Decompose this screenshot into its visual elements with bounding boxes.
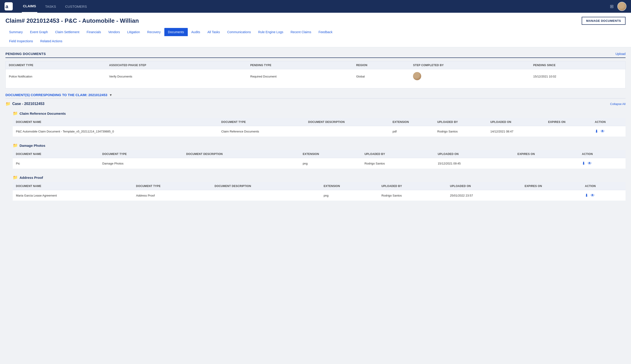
filter-icon[interactable]: ▼ [109, 93, 112, 97]
svg-text:a: a [6, 4, 9, 9]
doc-expires-on [514, 158, 579, 169]
tab-rule-engine-logs[interactable]: Rule Engine Logs [255, 28, 287, 36]
col-pending-since: PENDING SINCE [530, 61, 625, 69]
doc-type: Damage Photos [99, 158, 183, 169]
tab-event-graph[interactable]: Event Graph [26, 28, 52, 36]
tab-all-tasks[interactable]: All Tasks [204, 28, 223, 36]
doc-action: ⬇ 👁 [579, 158, 625, 169]
tab-communications[interactable]: Communications [223, 28, 254, 36]
view-icon[interactable]: 👁 [587, 161, 592, 166]
col-uploaded-on: UPLOADED ON [447, 182, 521, 190]
tab-financials[interactable]: Financials [83, 28, 105, 36]
col-uploaded-by: UPLOADED BY [361, 150, 434, 158]
col-associated-phase-step: ASSOCIATED PHASE STEP [106, 61, 247, 69]
tab-summary[interactable]: Summary [6, 28, 26, 36]
pending-type: Required Document [247, 69, 353, 84]
tab-vendors[interactable]: Vendors [105, 28, 124, 36]
doc-uploaded-by: Rodrigo Santos [378, 190, 447, 201]
table-row: Pic Damage Photos png Rodrigo Santos 15/… [13, 158, 625, 169]
tab-recent-claims[interactable]: Recent Claims [287, 28, 315, 36]
col-extension: EXTENSION [300, 150, 361, 158]
doc-extension: png [320, 190, 378, 201]
col-doc-type: DOCUMENT TYPE [133, 182, 211, 190]
tab-recovery[interactable]: Recovery [144, 28, 164, 36]
case-folder-title[interactable]: 📁 Case - 2021012453 [6, 101, 44, 106]
doc-description [211, 190, 320, 201]
tab-feedback[interactable]: Feedback [315, 28, 336, 36]
doc-extension: pdf [389, 126, 434, 137]
avatar [413, 72, 421, 80]
download-icon[interactable]: ⬇ [585, 193, 588, 198]
main-tabs: Summary Event Graph Claim Settlement Fin… [6, 28, 625, 36]
doc-description [305, 126, 389, 137]
tab-field-inspections[interactable]: Field Inspections [6, 37, 37, 45]
doc-description [183, 158, 299, 169]
col-expires-on: EXPIRES ON [545, 118, 591, 126]
subfolder-name: Damage Photos [20, 144, 45, 148]
nav-claims[interactable]: CLAIMS [22, 0, 37, 13]
col-doc-desc: DOCUMENT DESCRIPTION [305, 118, 389, 126]
pending-documents-table-wrapper: DOCUMENT TYPE ASSOCIATED PHASE STEP PEND… [6, 61, 625, 88]
col-extension: EXTENSION [389, 118, 434, 126]
doc-uploaded-by: Rodrigo Santos [434, 126, 487, 137]
col-uploaded-by: UPLOADED BY [434, 118, 487, 126]
grid-icon[interactable]: ⊞ [610, 4, 614, 9]
doc-uploaded-on: 25/01/2022 23:57 [447, 190, 521, 201]
col-doc-name: DOCUMENT NAME [13, 118, 218, 126]
doc-action: ⬇ 👁 [592, 126, 625, 137]
doc-uploaded-by: Rodrigo Santos [361, 158, 434, 169]
manage-documents-button[interactable]: MANAGE DOCUMENTS [582, 17, 625, 25]
doc-name: Pic [13, 158, 99, 169]
subfolder-claim-reference: 📁 Claim Reference Documents DOCUMENT NAM… [13, 109, 625, 136]
upload-link[interactable]: Upload [615, 52, 625, 56]
address-proof-table: DOCUMENT NAME DOCUMENT TYPE DOCUMENT DES… [13, 182, 625, 201]
tab-related-actions[interactable]: Related Actions [37, 37, 66, 45]
subfolder-claim-reference-title[interactable]: 📁 Claim Reference Documents [13, 111, 625, 116]
doc-type: Claim Reference Documents [218, 126, 305, 137]
subfolder-address-proof-title[interactable]: 📁 Address Proof [13, 175, 625, 180]
nav-customers[interactable]: CUSTOMERS [64, 0, 88, 12]
col-pending-type: PENDING TYPE [247, 61, 353, 69]
subfolder-damage-photos-title[interactable]: 📁 Damage Photos [13, 143, 625, 148]
documents-section-title: DOCUMENT(S) CORRESPONDING TO THE CLAIM: … [6, 93, 107, 97]
tab-documents[interactable]: Documents [164, 28, 188, 36]
collapse-all-button[interactable]: Collapse All [610, 102, 625, 106]
damage-photos-table: DOCUMENT NAME DOCUMENT TYPE DOCUMENT DES… [13, 150, 625, 168]
view-icon[interactable]: 👁 [590, 193, 595, 198]
col-expires-on: EXPIRES ON [521, 182, 582, 190]
col-doc-type: DOCUMENT TYPE [218, 118, 305, 126]
col-uploaded-by: UPLOADED BY [378, 182, 447, 190]
col-extension: EXTENSION [320, 182, 378, 190]
col-doc-type: DOCUMENT TYPE [99, 150, 183, 158]
col-action: ACTION [592, 118, 625, 126]
pending-region: Global [353, 69, 410, 84]
user-avatar[interactable] [617, 2, 626, 11]
subfolder-address-proof: 📁 Address Proof DOCUMENT NAME DOCUMENT T… [13, 173, 625, 201]
download-icon[interactable]: ⬇ [582, 161, 585, 166]
view-icon[interactable]: 👁 [600, 129, 605, 134]
subfolder-icon: 📁 [13, 143, 18, 148]
col-doc-desc: DOCUMENT DESCRIPTION [211, 182, 320, 190]
subfolder-name: Claim Reference Documents [20, 112, 66, 116]
tab-claim-settlement[interactable]: Claim Settlement [52, 28, 83, 36]
doc-action: ⬇ 👁 [582, 190, 625, 201]
download-icon[interactable]: ⬇ [595, 129, 598, 134]
col-uploaded-on: UPLOADED ON [435, 150, 514, 158]
app-logo: a [5, 2, 13, 10]
col-action: ACTION [582, 182, 625, 190]
pending-document-type: Police Notification [6, 69, 106, 84]
doc-name: Maria Garcia Lease Agreement [13, 190, 133, 201]
documents-section-label: DOCUMENT(S) CORRESPONDING TO THE CLAIM: … [6, 93, 625, 97]
doc-uploaded-on: 15/12/2021 09:45 [435, 158, 514, 169]
case-folder: 📁 Case - 2021012453 Collapse All 📁 Claim… [6, 101, 625, 201]
doc-extension: png [300, 158, 361, 169]
col-doc-name: DOCUMENT NAME [13, 182, 133, 190]
pending-since: 15/12/2021 10:02 [530, 69, 625, 84]
table-row: Maria Garcia Lease Agreement Address Pro… [13, 190, 625, 201]
nav-tasks[interactable]: TASKS [44, 0, 57, 12]
page-title: Claim# 2021012453 - P&C - Automobile - W… [6, 17, 139, 24]
page-header: Claim# 2021012453 - P&C - Automobile - W… [0, 13, 631, 47]
col-region: REGION [353, 61, 410, 69]
tab-audits[interactable]: Audits [188, 28, 204, 36]
tab-litigation[interactable]: Litigation [124, 28, 144, 36]
